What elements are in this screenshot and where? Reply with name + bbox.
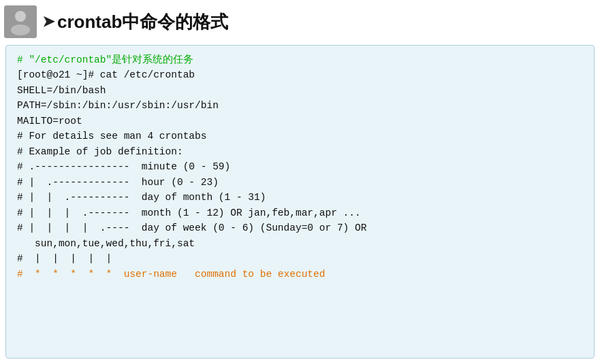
page-title: crontab中命令的格式 <box>57 10 228 34</box>
code-line-7: # .---------------- minute (0 - 59) <box>17 159 583 174</box>
title-arrow: ➤ <box>42 13 54 31</box>
code-line-11: # | | | | .---- day of week (0 - 6) (Sun… <box>17 220 583 235</box>
code-line-6: # Example of job definition: <box>17 144 583 159</box>
code-line-4: MAILTO=root <box>17 114 583 129</box>
code-line-13: # | | | | | <box>17 251 583 266</box>
code-line-12: sun,mon,tue,wed,thu,fri,sat <box>17 236 583 251</box>
code-line-2: SHELL=/bin/bash <box>17 83 583 98</box>
svg-point-2 <box>11 24 30 35</box>
title-icon <box>4 5 37 38</box>
code-line-1: [root@o21 ~]# cat /etc/crontab <box>17 67 583 82</box>
svg-point-1 <box>15 11 26 22</box>
title-bar: ➤ crontab中命令的格式 <box>0 0 600 42</box>
code-line-3: PATH=/sbin:/bin:/usr/sbin:/usr/bin <box>17 98 583 113</box>
code-line-5: # For details see man 4 crontabs <box>17 129 583 144</box>
code-line-14-orange: # * * * * * user-name command to be exec… <box>17 267 583 282</box>
page-wrapper: ➤ crontab中命令的格式 # "/etc/crontab"是针对系统的任务… <box>0 0 600 364</box>
code-line-8: # | .------------- hour (0 - 23) <box>17 175 583 190</box>
code-line-10: # | | | .------- month (1 - 12) OR jan,f… <box>17 205 583 220</box>
comment-line: # "/etc/crontab"是针对系统的任务 <box>17 52 583 67</box>
code-panel: # "/etc/crontab"是针对系统的任务 [root@o21 ~]# c… <box>5 45 595 359</box>
code-line-9: # | | .---------- day of month (1 - 31) <box>17 190 583 205</box>
